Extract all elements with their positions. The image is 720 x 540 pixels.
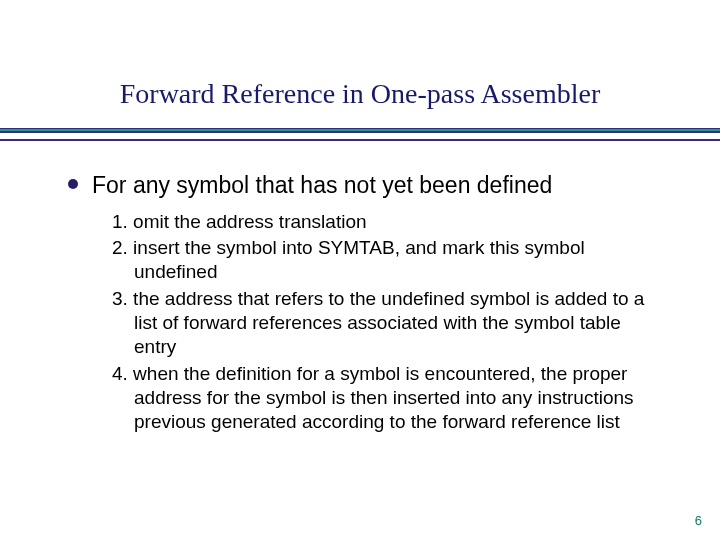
- list-item: 2. insert the symbol into SYMTAB, and ma…: [112, 236, 652, 285]
- nested-list: 1. omit the address translation 2. inser…: [112, 210, 652, 435]
- bullet-level1: For any symbol that has not yet been def…: [68, 171, 652, 200]
- slide: Forward Reference in One-pass Assembler …: [0, 0, 720, 540]
- slide-title: Forward Reference in One-pass Assembler: [0, 0, 720, 128]
- list-item: 4. when the definition for a symbol is e…: [112, 362, 652, 435]
- bullet-icon: [68, 179, 78, 189]
- page-number: 6: [695, 513, 702, 528]
- list-item: 1. omit the address translation: [112, 210, 652, 234]
- divider-rule: [0, 128, 720, 133]
- list-item: 3. the address that refers to the undefi…: [112, 287, 652, 360]
- content-area: For any symbol that has not yet been def…: [0, 141, 720, 435]
- bullet-level1-text: For any symbol that has not yet been def…: [92, 171, 552, 200]
